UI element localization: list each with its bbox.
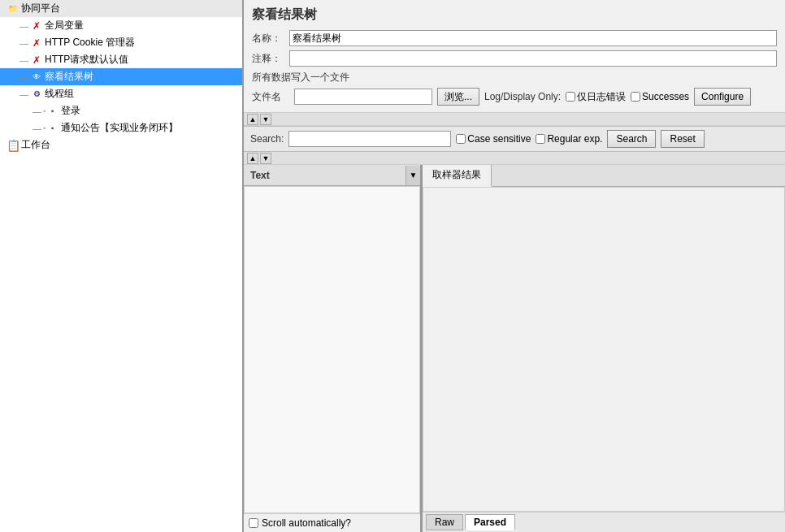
right-panel: 察看结果树 名称： document.querySelector('[data-… xyxy=(244,0,785,532)
tree-item-thread-group[interactable]: — ⚙ 线程组 xyxy=(0,85,242,102)
tree-item-label: 登录 xyxy=(61,104,80,118)
tree-item-label: 通知公告【实现业务闭环】 xyxy=(61,121,178,135)
comment-row: 注释： xyxy=(252,50,777,67)
scroll-arrows2: ▲ ▼ xyxy=(247,153,271,164)
text-panel-body[interactable] xyxy=(244,186,420,513)
tree-item-label: HTTP请求默认认值 xyxy=(45,53,128,67)
file-input[interactable] xyxy=(294,89,432,105)
tree-item-label: 工作台 xyxy=(21,138,50,152)
text-dropdown-arrow[interactable]: ▼ xyxy=(406,166,420,185)
scroll-auto-checkbox[interactable] xyxy=(249,518,258,528)
tree-item-login[interactable]: — ◦ ▪ 登录 xyxy=(0,102,242,119)
sampler-result-tab[interactable]: 取样器结果 xyxy=(423,165,492,187)
tree-item-label: 全局变量 xyxy=(45,19,84,32)
search-label: Search: xyxy=(250,133,284,145)
connector-line: — xyxy=(20,38,28,48)
file-row: 文件名 浏览... Log/Display Only: 仅日志错误 Succes… xyxy=(252,88,777,106)
ws-icon2: ▪ xyxy=(46,122,59,135)
scroll-up-arrow[interactable]: ▲ xyxy=(247,114,258,125)
tree-item-label: HTTP Cookie 管理器 xyxy=(45,36,135,50)
tree-item-notice[interactable]: — ◦ ▪ 通知公告【实现业务闭环】 xyxy=(0,119,242,136)
scroll-nav2: ▲ ▼ xyxy=(244,152,785,165)
regular-exp-checkbox[interactable] xyxy=(536,134,545,144)
result-panel: 取样器结果 Raw Parsed xyxy=(423,165,785,532)
connector-line: — xyxy=(20,72,28,82)
raw-tab[interactable]: Raw xyxy=(426,514,463,530)
text-panel: Text ▼ Scroll automatically? xyxy=(244,165,423,532)
successes-checkbox[interactable] xyxy=(631,92,640,102)
text-column-title: Text xyxy=(244,167,406,184)
tree-item-label: 察看结果树 xyxy=(45,70,93,84)
tree-panel: 📁 协同平台 — ✗ 全局变量 — ✗ HTTP Cookie 管理器 — ✗ … xyxy=(0,0,244,532)
case-sensitive-label[interactable]: Case sensitive xyxy=(456,133,531,145)
name-input[interactable] xyxy=(289,30,777,46)
tree-item-root[interactable]: 📁 协同平台 xyxy=(0,0,242,17)
scroll-arrows: ▲ ▼ xyxy=(247,114,271,125)
successes-checkbox-label[interactable]: Successes xyxy=(631,91,689,102)
case-sensitive-checkbox[interactable] xyxy=(456,134,466,144)
search-input[interactable] xyxy=(288,131,451,147)
eye-icon: 👁 xyxy=(30,71,43,84)
log-display-label: Log/Display Only: xyxy=(484,91,561,102)
text-panel-footer: Scroll automatically? xyxy=(244,513,420,532)
comment-label: 注释： xyxy=(252,52,284,66)
name-label: 名称： xyxy=(252,32,284,45)
parsed-tab[interactable]: Parsed xyxy=(465,514,515,530)
result-body[interactable] xyxy=(423,187,785,512)
config-icon: ✗ xyxy=(30,19,43,32)
tree-item-global-vars[interactable]: — ✗ 全局变量 xyxy=(0,17,242,34)
search-button[interactable]: Search xyxy=(607,130,656,148)
errors-checkbox-label[interactable]: 仅日志错误 xyxy=(566,90,626,104)
tree-item-label: 协同平台 xyxy=(21,2,60,15)
scroll-down-arrow2[interactable]: ▼ xyxy=(260,153,271,164)
ws-icon: ▪ xyxy=(46,105,59,118)
tree-item-http-cookie[interactable]: — ✗ HTTP Cookie 管理器 xyxy=(0,34,242,51)
tree-item-result-tree[interactable]: — 👁 察看结果树 xyxy=(0,68,242,85)
search-bar: Search: Case sensitive Regular exp. Sear… xyxy=(244,126,785,152)
configure-button[interactable]: Configure xyxy=(694,88,751,106)
result-tab-bar: 取样器结果 xyxy=(423,165,785,187)
connector-line: — xyxy=(33,106,41,116)
section-title: 所有数据写入一个文件 xyxy=(252,71,777,84)
thread-icon: ⚙ xyxy=(30,88,43,101)
connector-line: — xyxy=(33,123,41,133)
cookie-icon: ✗ xyxy=(30,37,43,50)
result-bottom-tabs: Raw Parsed xyxy=(423,512,785,532)
connector-line: — xyxy=(20,89,28,99)
scroll-down-arrow[interactable]: ▼ xyxy=(260,114,271,125)
regular-exp-label[interactable]: Regular exp. xyxy=(536,133,602,145)
content-area: Text ▼ Scroll automatically? 取样器结果 Raw P… xyxy=(244,165,785,532)
workbench-icon: 📋 xyxy=(7,139,20,152)
file-label: 文件名 xyxy=(252,90,284,104)
tree-item-http-default[interactable]: — ✗ HTTP请求默认认值 xyxy=(0,51,242,68)
reset-button[interactable]: Reset xyxy=(661,130,704,148)
browse-button[interactable]: 浏览... xyxy=(437,88,479,106)
form-area: 察看结果树 名称： document.querySelector('[data-… xyxy=(244,0,785,113)
connector-line: — xyxy=(20,55,28,65)
connector-line: — xyxy=(20,21,28,31)
scroll-nav: ▲ ▼ xyxy=(244,113,785,126)
tree-item-label: 线程组 xyxy=(45,87,74,101)
folder-icon: 📁 xyxy=(7,2,20,15)
tree-item-workbench[interactable]: 📋 工作台 xyxy=(0,136,242,154)
panel-title: 察看结果树 xyxy=(252,6,777,24)
name-row: 名称： xyxy=(252,30,777,46)
scroll-up-arrow2[interactable]: ▲ xyxy=(247,153,258,164)
text-panel-header: Text ▼ xyxy=(244,165,420,186)
errors-checkbox[interactable] xyxy=(566,92,575,102)
comment-input[interactable] xyxy=(289,50,777,67)
scroll-auto-label: Scroll automatically? xyxy=(262,517,351,529)
default-icon: ✗ xyxy=(30,54,43,67)
